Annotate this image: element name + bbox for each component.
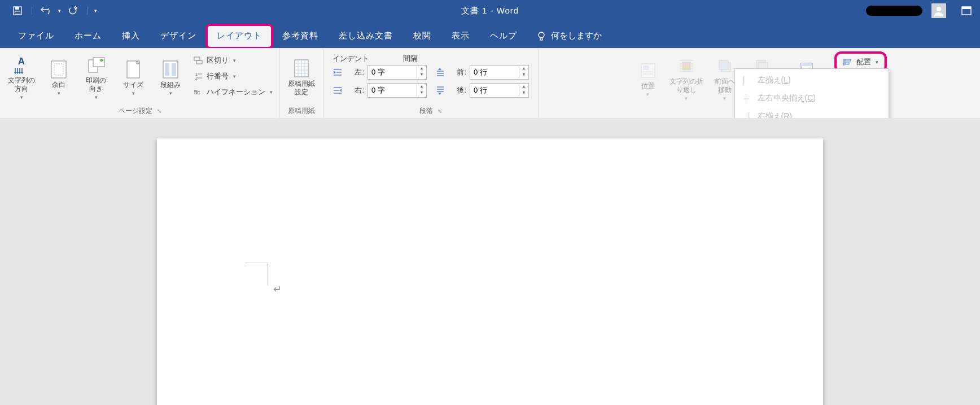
user-avatar[interactable]: [931, 3, 946, 18]
title-bar: ▾ ▾ 文書 1 - Word: [0, 0, 980, 21]
svg-point-13: [100, 59, 103, 62]
margins-button[interactable]: 余白▾: [41, 50, 77, 104]
spacing-after-input[interactable]: ▴▾: [470, 83, 529, 98]
window-icon: [961, 5, 972, 16]
spacing-after-icon: [435, 86, 445, 95]
svg-rect-17: [172, 63, 176, 76]
group-manuscript: 原稿用紙 設定 原稿用紙: [280, 48, 323, 118]
spacing-header: 間隔: [403, 54, 418, 64]
columns-button[interactable]: 段組み▾: [152, 50, 189, 104]
svg-rect-34: [845, 63, 849, 64]
wrap-icon: [676, 56, 697, 76]
indent-left-input[interactable]: ▴▾: [368, 65, 427, 80]
spacing-before-icon: [435, 68, 445, 77]
margins-icon: [49, 59, 69, 80]
tab-mailings[interactable]: 差し込み文書: [329, 25, 403, 48]
size-button[interactable]: サイズ▾: [115, 50, 151, 104]
tab-help[interactable]: ヘルプ: [480, 25, 527, 48]
page[interactable]: ↵: [157, 138, 823, 405]
orientation-button[interactable]: 印刷の 向き▾: [78, 50, 114, 104]
ribbon: A 文字列の 方向▾ 余白▾ 印刷の 向き▾ サイズ▾ 段組み▾: [0, 48, 980, 119]
svg-point-3: [937, 7, 941, 11]
tell-me[interactable]: 何をしますか: [527, 25, 611, 48]
undo-dropdown[interactable]: ▾: [58, 8, 61, 14]
document-title: 文書 1 - Word: [461, 6, 519, 16]
align-icon: [843, 58, 853, 67]
margin-corner-mark: [268, 263, 290, 285]
text-direction-icon: A: [11, 55, 32, 75]
tab-view[interactable]: 表示: [441, 25, 480, 48]
align-center-h-icon: ┼: [741, 93, 752, 104]
manuscript-settings-button[interactable]: 原稿用紙 設定: [283, 50, 320, 104]
wrap-text-button: 文字列の折 り返し▾: [667, 51, 706, 106]
line-numbers-button[interactable]: 12 行番号▾: [193, 69, 273, 83]
undo-icon: [40, 6, 53, 15]
tab-references[interactable]: 参考資料: [272, 25, 329, 48]
indent-right-input[interactable]: ▴▾: [368, 83, 427, 98]
indent-right-icon: [333, 86, 343, 95]
redo-icon: [68, 6, 78, 15]
svg-rect-2: [15, 11, 20, 14]
qat-customize-dropdown[interactable]: ▾: [94, 8, 97, 14]
window-controls: [866, 3, 980, 18]
svg-point-6: [539, 32, 544, 38]
lightbulb-icon: [536, 31, 546, 41]
ribbon-tabs: ファイル ホーム 挿入 デザイン レイアウト 参考資料 差し込み文書 校閲 表示…: [0, 21, 980, 48]
svg-rect-33: [845, 59, 851, 61]
align-left-icon: ▏: [741, 75, 752, 86]
group-paragraph: インデント 間隔 左: ▴▾ 右: ▴▾: [323, 48, 539, 118]
hyphenation-button[interactable]: bc ハイフネーション▾: [193, 85, 273, 99]
document-area[interactable]: ↵: [0, 118, 980, 405]
spacing-before-input[interactable]: ▴▾: [470, 65, 529, 80]
menu-align-center-h: ┼左右中央揃え(C): [735, 89, 889, 107]
ribbon-display-options[interactable]: [961, 5, 972, 16]
svg-rect-1: [15, 7, 19, 10]
user-name-redacted: [866, 6, 922, 16]
undo-button[interactable]: [39, 3, 54, 18]
indent-left-icon: [333, 68, 343, 77]
svg-rect-7: [540, 38, 542, 40]
size-icon: [123, 59, 143, 80]
svg-rect-12: [93, 58, 104, 67]
tab-insert[interactable]: 挿入: [112, 25, 150, 48]
svg-rect-16: [165, 63, 169, 76]
svg-rect-28: [719, 60, 728, 69]
text-direction-button[interactable]: A 文字列の 方向▾: [3, 50, 40, 104]
save-icon: [12, 6, 23, 16]
bring-forward-icon: [715, 56, 735, 76]
tab-layout[interactable]: レイアウト: [207, 25, 272, 48]
person-icon: [933, 5, 944, 16]
indent-header: インデント: [333, 54, 369, 64]
paragraph-dialog-launcher[interactable]: ⤡: [438, 108, 442, 114]
svg-text:1: 1: [195, 72, 198, 76]
tab-file[interactable]: ファイル: [8, 25, 64, 48]
line-numbers-icon: 12: [193, 71, 203, 81]
svg-rect-26: [683, 62, 690, 70]
quick-access-toolbar: ▾ ▾: [0, 3, 97, 18]
breaks-button[interactable]: 区切り▾: [193, 54, 273, 67]
svg-text:bc: bc: [194, 89, 200, 95]
breaks-icon: [193, 55, 203, 66]
paragraph-mark: ↵: [273, 283, 282, 295]
save-button[interactable]: [10, 3, 25, 18]
menu-align-left: ▏左揃え(L): [735, 71, 889, 89]
position-button: 位置▾: [630, 51, 666, 106]
svg-text:2: 2: [195, 76, 198, 80]
tab-home[interactable]: ホーム: [64, 25, 112, 48]
svg-rect-19: [196, 60, 202, 64]
hyphenation-icon: bc: [193, 87, 203, 97]
position-icon: [638, 60, 658, 81]
svg-rect-32: [801, 63, 812, 66]
group-page-setup: A 文字列の 方向▾ 余白▾ 印刷の 向き▾ サイズ▾ 段組み▾: [0, 48, 280, 118]
columns-icon: [160, 59, 181, 80]
tab-review[interactable]: 校閲: [403, 25, 441, 48]
svg-text:A: A: [18, 56, 25, 67]
orientation-icon: [86, 55, 106, 75]
tab-design[interactable]: デザイン: [150, 25, 207, 48]
group-arrange: 位置▾ 文字列の折 り返し▾ 前面へ 移動▾ 背面へ 移動▾ オブジェクトの 選…: [539, 48, 980, 118]
page-setup-dialog-launcher[interactable]: ⤡: [157, 108, 161, 114]
svg-rect-5: [962, 7, 971, 9]
manuscript-icon: [291, 58, 312, 79]
redo-button[interactable]: [65, 3, 80, 18]
svg-rect-25: [643, 66, 649, 70]
